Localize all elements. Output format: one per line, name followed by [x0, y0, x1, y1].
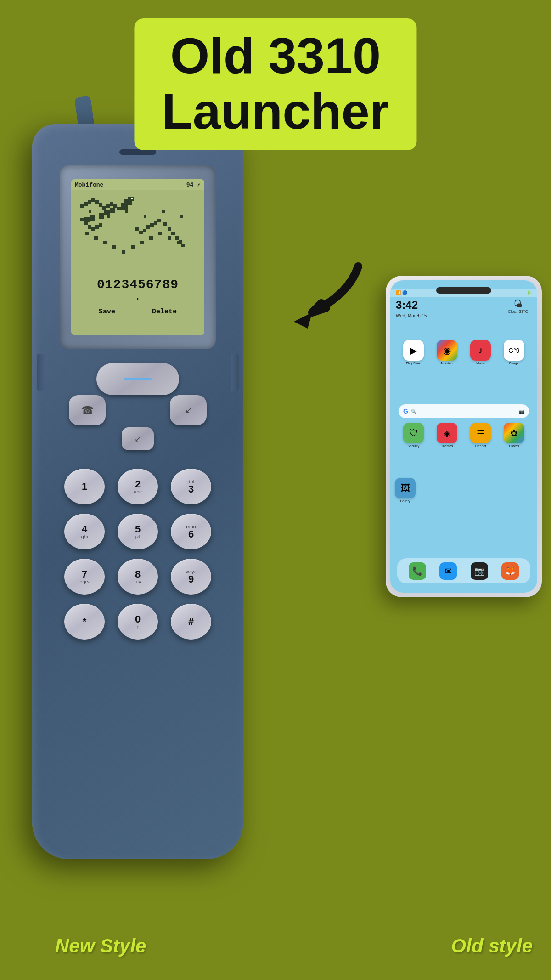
key-hash-main: # [188, 617, 194, 627]
side-button-left[interactable] [37, 354, 45, 391]
app-security[interactable]: 🛡 Security [399, 423, 428, 448]
gallery-label: Gallery [400, 499, 410, 503]
key-row-3: 7 pqrs 8 tuv wxyz 9 [64, 559, 211, 595]
photos-icon: ✿ [504, 423, 524, 443]
svg-rect-46 [140, 241, 144, 244]
key-0[interactable]: 0 ↑ [118, 604, 158, 640]
nav-down-button[interactable]: ↙ [122, 427, 154, 450]
svg-rect-29 [143, 229, 146, 232]
search-placeholder: 🔍 [411, 409, 416, 414]
google-label: Google [509, 362, 519, 365]
svg-rect-19 [90, 215, 95, 221]
screen-dot: · [71, 294, 204, 304]
app-google[interactable]: G°9 Google [499, 340, 529, 365]
svg-rect-47 [149, 236, 153, 240]
nav-center-button[interactable] [96, 363, 179, 395]
key-2-sub: abc [134, 489, 142, 494]
delete-label: Delete [152, 308, 177, 316]
key-3[interactable]: def 3 [171, 469, 211, 504]
modern-dock: 📞 ✉ 📷 🦊 [397, 558, 530, 583]
modern-notch [436, 287, 491, 294]
svg-rect-55 [162, 210, 165, 213]
svg-rect-30 [146, 225, 150, 229]
app-photos[interactable]: ✿ Photos [499, 423, 529, 448]
key-8[interactable]: 8 tuv [118, 559, 158, 595]
dock-camera[interactable]: 📷 [471, 562, 488, 580]
key-row-1: 1 2 abc def 3 [64, 469, 211, 504]
key-2[interactable]: 2 abc [118, 469, 158, 504]
screen-wallpaper [71, 190, 204, 273]
key-star-main: * [83, 617, 87, 627]
app-gallery[interactable]: 🖼 Gallery [395, 478, 416, 503]
key-1[interactable]: 1 [64, 469, 105, 504]
key-7-sub: pqrs [79, 579, 89, 584]
svg-rect-24 [91, 227, 95, 231]
nav-left-button[interactable]: ☎ [69, 395, 106, 425]
key-9[interactable]: wxyz 9 [171, 559, 211, 595]
key-star[interactable]: * [64, 604, 105, 640]
modern-phone-body: 📶 🔵 🔋 3:42 Wed, March 15 🌤 Clear 33°C ▶ … [386, 276, 542, 597]
svg-rect-32 [154, 221, 157, 225]
svg-rect-45 [131, 245, 135, 249]
side-button-right[interactable] [231, 354, 239, 391]
svg-rect-54 [144, 215, 146, 218]
svg-rect-33 [157, 219, 161, 222]
svg-rect-27 [135, 227, 139, 231]
title-line2: Launcher [162, 83, 389, 139]
key-5-main: 5 [135, 524, 141, 534]
modern-weather: 🌤 Clear 33°C [508, 299, 528, 314]
app-play-store[interactable]: ▶ Play Store [399, 340, 428, 365]
security-icon: 🛡 [403, 423, 424, 443]
modern-phone: 📶 🔵 🔋 3:42 Wed, March 15 🌤 Clear 33°C ▶ … [386, 276, 542, 597]
nav-area: ☎ ↙ ↙ [69, 363, 207, 455]
themes-label: Themes [441, 444, 453, 448]
assistant-icon: ◉ [437, 340, 457, 361]
key-6-main: 6 [188, 529, 194, 539]
app-cleaner[interactable]: ☰ Cleaner [466, 423, 495, 448]
pixel-art-svg [71, 190, 204, 273]
app-themes[interactable]: ◈ Themes [432, 423, 462, 448]
key-0-main: 0 [135, 614, 141, 624]
battery-modern: 🔋 [527, 290, 532, 295]
call-icon: ☎ [81, 404, 94, 416]
svg-rect-40 [85, 232, 89, 235]
svg-rect-42 [103, 241, 107, 244]
key-1-main: 1 [82, 482, 87, 492]
dock-firefox[interactable]: 🦊 [501, 562, 519, 580]
dock-messages[interactable]: ✉ [439, 562, 457, 580]
svg-rect-53 [125, 210, 128, 213]
key-8-sub: tuv [135, 579, 141, 584]
svg-rect-3 [88, 200, 91, 204]
key-hash[interactable]: # [171, 604, 211, 640]
modern-screen: 📶 🔵 🔋 3:42 Wed, March 15 🌤 Clear 33°C ▶ … [390, 280, 537, 593]
svg-rect-25 [95, 225, 99, 229]
themes-icon: ◈ [437, 423, 457, 443]
svg-marker-57 [294, 312, 312, 329]
nav-right-button[interactable]: ↙ [170, 395, 207, 425]
app-assistant[interactable]: ◉ Assistant [432, 340, 462, 365]
svg-rect-23 [88, 225, 91, 229]
nokia-phone: Mobifone 94 ⚡ [14, 124, 262, 882]
svg-rect-8 [106, 204, 110, 208]
key-row-4: * 0 ↑ # [64, 604, 211, 640]
svg-rect-35 [168, 227, 171, 231]
battery-text: 94 ⚡ [186, 181, 201, 188]
carrier-text: Mobifone [75, 181, 103, 188]
screen-number: 0123456789 [71, 273, 204, 294]
modern-date: Wed, March 15 [390, 313, 537, 318]
search-bar[interactable]: G 🔍 📷 [399, 404, 529, 418]
dock-phone[interactable]: 📞 [409, 562, 426, 580]
app-music[interactable]: ♪ Music [466, 340, 495, 365]
svg-rect-15 [131, 198, 133, 199]
key-5[interactable]: 5 jkl [118, 514, 158, 549]
arrow-svg [266, 257, 367, 331]
music-label: Music [476, 362, 484, 365]
svg-rect-39 [181, 244, 185, 247]
key-7[interactable]: 7 pqrs [64, 559, 105, 595]
key-4[interactable]: 4 ghi [64, 514, 105, 549]
key-2-main: 2 [135, 479, 141, 489]
svg-rect-36 [171, 232, 175, 235]
title-line1: Old 3310 [162, 28, 389, 83]
save-label: Save [99, 308, 115, 316]
key-6[interactable]: mno 6 [171, 514, 211, 549]
